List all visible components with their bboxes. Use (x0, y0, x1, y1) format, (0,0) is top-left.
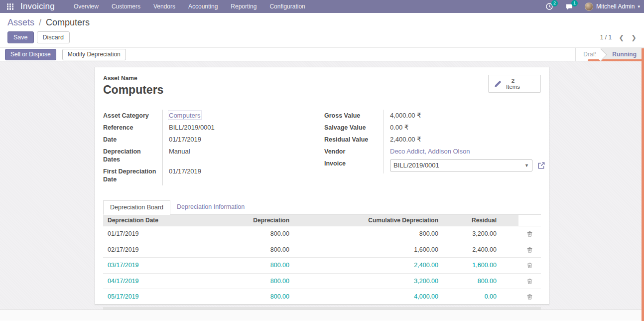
pager-next-icon[interactable]: ❯ (631, 34, 637, 41)
vertical-scrollbar[interactable] (642, 48, 644, 321)
depreciation-table: Depreciation Date Depreciation Cumulativ… (103, 215, 541, 310)
col-cumulative-depreciation[interactable]: Cumulative Depreciation (291, 215, 440, 226)
asset-name-label: Asset Name (103, 75, 163, 82)
invoice-select[interactable]: BILL/2019/0001 ▼ (390, 160, 532, 171)
action-buttons: Sell or Dispose Modify Depreciation (0, 48, 575, 61)
items-stat-button[interactable]: 2 Items (488, 75, 541, 93)
action-bar: Sell or Dispose Modify Depreciation Draf… (0, 47, 644, 61)
top-menu-item[interactable]: Customers (112, 3, 140, 10)
table-row[interactable]: 03/17/2019 800.00 2,400.00 1,600.00 (103, 258, 541, 274)
field-value[interactable]: Manual (163, 146, 309, 158)
delete-row-button[interactable] (518, 230, 541, 237)
notebook-tabs: Depreciation Board Depreciation Informat… (103, 200, 541, 215)
cell-depreciation-date[interactable]: 04/17/2019 (103, 278, 214, 285)
user-menu[interactable]: Mitchell Admin ▾ (585, 2, 640, 11)
table-row[interactable]: 04/17/2019 800.00 3,200.00 800.00 (103, 274, 541, 290)
field-value[interactable]: 0.00 ₹ (384, 122, 545, 134)
cell-cumulative-depreciation[interactable]: 800.00 (291, 230, 440, 237)
field-label: Reference (103, 122, 163, 134)
invoice-field-label: Invoice (324, 158, 384, 173)
invoice-value: BILL/2019/0001 (393, 161, 439, 169)
field-value[interactable]: Computers (163, 110, 309, 122)
delete-row-button[interactable] (518, 246, 541, 253)
top-menu-item[interactable]: Configuration (269, 3, 305, 10)
table-row[interactable]: 01/17/2019 800.00 800.00 3,200.00 (103, 226, 541, 242)
field-value[interactable]: 01/17/2019 (163, 165, 309, 177)
trash-icon (526, 278, 533, 285)
save-button[interactable]: Save (7, 31, 34, 43)
col-depreciation-date[interactable]: Depreciation Date (103, 215, 214, 226)
action-button[interactable]: Modify Depreciation (62, 49, 126, 60)
cell-depreciation[interactable]: 800.00 (214, 278, 291, 285)
cell-depreciation[interactable]: 800.00 (214, 230, 291, 237)
app-name[interactable]: Invoicing (20, 1, 55, 11)
cell-cumulative-depreciation[interactable]: 2,400.00 (291, 262, 440, 269)
field-value[interactable]: 01/17/2019 (163, 134, 309, 146)
asset-name-title[interactable]: Computers (103, 83, 163, 97)
discard-button[interactable]: Discard (37, 31, 70, 43)
top-menu-item[interactable]: Overview (74, 3, 99, 10)
activities-icon[interactable]: 2 (545, 2, 554, 10)
col-actions (518, 215, 541, 226)
trash-icon (526, 230, 533, 237)
trash-icon (526, 246, 533, 253)
cell-depreciation[interactable]: 800.00 (214, 293, 291, 300)
col-depreciation[interactable]: Depreciation (214, 215, 291, 226)
delete-row-button[interactable] (518, 278, 541, 285)
external-link-icon[interactable] (537, 161, 545, 169)
pencil-icon (494, 80, 502, 88)
asset-form-sheet: Asset Name Computers 2 Items Asset Categ… (95, 67, 549, 305)
table-header-row: Depreciation Date Depreciation Cumulativ… (103, 215, 541, 226)
cell-cumulative-depreciation[interactable]: 4,000.00 (291, 293, 440, 300)
notebook-tab[interactable]: Depreciation Board (103, 200, 170, 215)
horizontal-scrollbar[interactable] (588, 59, 643, 61)
field-label: Residual Value (324, 134, 384, 146)
breadcrumb-assets-link[interactable]: Assets (7, 17, 34, 27)
field-label: Depreciation Dates (103, 146, 163, 165)
cell-residual[interactable]: 1,600.00 (440, 262, 499, 269)
cell-residual[interactable]: 0.00 (440, 293, 499, 300)
notebook-tab[interactable]: Depreciation Information (170, 200, 251, 214)
field-value[interactable]: BILL/2019/0001 (163, 122, 309, 134)
left-field-group: Asset Category Computers Reference BILL/… (103, 110, 309, 185)
table-row[interactable]: 05/17/2019 800.00 4,000.00 0.00 (103, 289, 541, 305)
trash-icon (526, 293, 533, 300)
delete-row-button[interactable] (518, 262, 541, 269)
pager-value: 1 / 1 (600, 34, 612, 41)
cell-depreciation-date[interactable]: 01/17/2019 (103, 230, 214, 237)
dropdown-caret-icon: ▼ (524, 161, 529, 169)
items-label: Items (506, 84, 520, 90)
field-label: Gross Value (324, 110, 384, 122)
top-menu-item[interactable]: Reporting (231, 3, 257, 10)
activity-count-badge: 2 (551, 0, 558, 6)
field-value[interactable]: 4,000.00 ₹ (384, 110, 545, 122)
cell-residual[interactable]: 2,400.00 (440, 246, 499, 253)
cell-depreciation-date[interactable]: 05/17/2019 (103, 293, 214, 300)
top-menu-item[interactable]: Accounting (188, 3, 218, 10)
items-count: 2 (506, 78, 520, 84)
cell-residual[interactable]: 3,200.00 (440, 230, 499, 237)
field-value[interactable]: 2,400.00 ₹ (384, 134, 545, 146)
cell-depreciation[interactable]: 800.00 (214, 262, 291, 269)
table-row[interactable]: 02/17/2019 800.00 1,600.00 2,400.00 (103, 242, 541, 258)
messages-icon[interactable]: 1 (565, 2, 574, 10)
field-value[interactable]: Deco Addict, Addison Olson (384, 146, 545, 158)
chevron-down-icon: ▾ (638, 4, 640, 9)
cell-residual[interactable]: 800.00 (440, 278, 499, 285)
apps-menu-icon[interactable] (7, 3, 13, 10)
user-name: Mitchell Admin (596, 3, 635, 10)
field-label: Asset Category (103, 110, 163, 122)
cell-depreciation-date[interactable]: 02/17/2019 (103, 246, 214, 253)
cell-depreciation-date[interactable]: 03/17/2019 (103, 262, 214, 269)
action-button[interactable]: Sell or Dispose (5, 49, 56, 60)
breadcrumb: Assets / Computers (7, 17, 637, 28)
cell-cumulative-depreciation[interactable]: 3,200.00 (291, 278, 440, 285)
top-menu-item[interactable]: Vendors (153, 3, 175, 10)
top-menu: Overview Customers Vendors Accounting Re… (74, 3, 305, 10)
page-footer (0, 310, 644, 321)
delete-row-button[interactable] (518, 293, 541, 300)
col-residual[interactable]: Residual (440, 215, 499, 226)
pager-previous-icon[interactable]: ❮ (619, 34, 624, 41)
cell-depreciation[interactable]: 800.00 (214, 246, 291, 253)
cell-cumulative-depreciation[interactable]: 1,600.00 (291, 246, 440, 253)
